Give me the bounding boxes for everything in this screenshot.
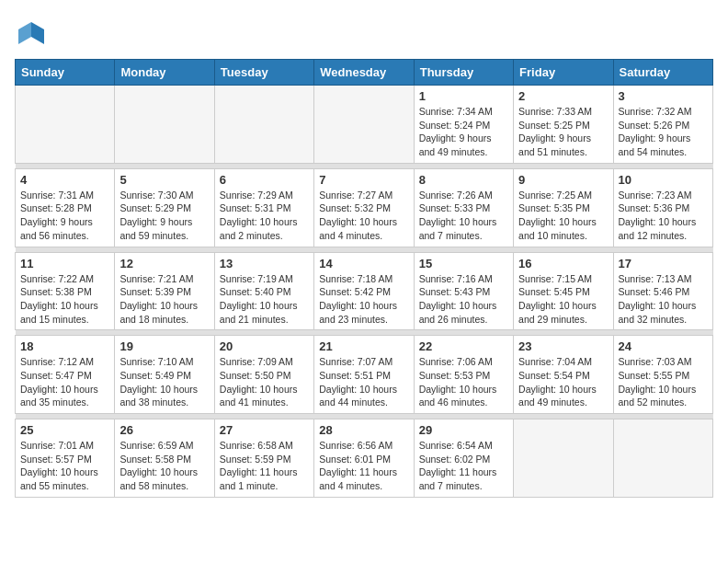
calendar-cell: 14Sunrise: 7:18 AM Sunset: 5:42 PM Dayli…	[314, 252, 414, 330]
calendar-cell	[214, 86, 313, 164]
page-header	[15, 15, 713, 52]
calendar-cell: 29Sunrise: 6:54 AM Sunset: 6:02 PM Dayli…	[414, 419, 513, 498]
day-detail: Sunrise: 7:06 AM Sunset: 5:53 PM Dayligh…	[419, 355, 508, 409]
day-detail: Sunrise: 7:15 AM Sunset: 5:45 PM Dayligh…	[518, 272, 608, 327]
day-detail: Sunrise: 7:18 AM Sunset: 5:42 PM Dayligh…	[319, 272, 408, 327]
calendar-cell: 1Sunrise: 7:34 AM Sunset: 5:24 PM Daylig…	[414, 86, 513, 164]
calendar-cell	[16, 86, 115, 164]
day-detail: Sunrise: 7:31 AM Sunset: 5:28 PM Dayligh…	[20, 189, 109, 243]
calendar-cell: 26Sunrise: 6:59 AM Sunset: 5:58 PM Dayli…	[115, 419, 214, 498]
day-detail: Sunrise: 6:54 AM Sunset: 6:02 PM Dayligh…	[419, 439, 508, 493]
calendar-cell	[314, 86, 414, 164]
day-number: 13	[220, 257, 309, 270]
day-number: 8	[419, 173, 508, 187]
calendar-cell: 28Sunrise: 6:56 AM Sunset: 6:01 PM Dayli…	[314, 419, 414, 498]
day-number: 25	[20, 423, 109, 437]
day-number: 6	[220, 173, 309, 187]
day-detail: Sunrise: 7:12 AM Sunset: 5:47 PM Dayligh…	[20, 355, 109, 409]
calendar-cell: 12Sunrise: 7:21 AM Sunset: 5:39 PM Dayli…	[115, 252, 214, 330]
day-number: 16	[518, 257, 608, 270]
calendar-cell: 3Sunrise: 7:32 AM Sunset: 5:26 PM Daylig…	[613, 86, 712, 164]
day-number: 11	[20, 257, 109, 270]
day-number: 7	[319, 173, 408, 187]
calendar-row-4: 25Sunrise: 7:01 AM Sunset: 5:57 PM Dayli…	[16, 419, 713, 498]
calendar-header-row: SundayMondayTuesdayWednesdayThursdayFrid…	[16, 60, 713, 86]
calendar-cell: 10Sunrise: 7:23 AM Sunset: 5:36 PM Dayli…	[613, 168, 712, 247]
calendar-cell: 24Sunrise: 7:03 AM Sunset: 5:55 PM Dayli…	[613, 336, 712, 414]
day-detail: Sunrise: 7:30 AM Sunset: 5:29 PM Dayligh…	[119, 189, 209, 243]
day-detail: Sunrise: 7:32 AM Sunset: 5:26 PM Dayligh…	[619, 105, 708, 159]
logo-icon	[15, 18, 48, 52]
calendar-cell: 2Sunrise: 7:33 AM Sunset: 5:25 PM Daylig…	[514, 86, 613, 164]
calendar-table: SundayMondayTuesdayWednesdayThursdayFrid…	[15, 59, 713, 498]
calendar-row-1: 4Sunrise: 7:31 AM Sunset: 5:28 PM Daylig…	[16, 168, 713, 247]
day-number: 3	[619, 89, 708, 103]
day-number: 26	[119, 423, 209, 437]
day-number: 10	[619, 173, 708, 187]
calendar-cell: 11Sunrise: 7:22 AM Sunset: 5:38 PM Dayli…	[16, 252, 115, 330]
day-number: 21	[319, 339, 408, 353]
calendar-header-saturday: Saturday	[613, 60, 712, 86]
day-detail: Sunrise: 7:33 AM Sunset: 5:25 PM Dayligh…	[518, 105, 608, 159]
calendar-cell	[514, 419, 613, 498]
calendar-header-monday: Monday	[115, 60, 214, 86]
day-number: 4	[20, 173, 109, 187]
calendar-cell: 4Sunrise: 7:31 AM Sunset: 5:28 PM Daylig…	[16, 168, 115, 247]
day-detail: Sunrise: 7:19 AM Sunset: 5:40 PM Dayligh…	[220, 272, 309, 327]
day-number: 27	[220, 423, 309, 437]
day-number: 1	[419, 89, 508, 103]
day-detail: Sunrise: 7:04 AM Sunset: 5:54 PM Dayligh…	[518, 355, 608, 409]
calendar-cell: 5Sunrise: 7:30 AM Sunset: 5:29 PM Daylig…	[115, 168, 214, 247]
svg-marker-1	[18, 22, 31, 44]
calendar-header-tuesday: Tuesday	[214, 60, 313, 86]
day-detail: Sunrise: 7:22 AM Sunset: 5:38 PM Dayligh…	[20, 272, 109, 327]
day-number: 18	[20, 339, 109, 353]
day-detail: Sunrise: 7:25 AM Sunset: 5:35 PM Dayligh…	[518, 189, 608, 243]
calendar-cell: 7Sunrise: 7:27 AM Sunset: 5:32 PM Daylig…	[314, 168, 414, 247]
day-detail: Sunrise: 7:07 AM Sunset: 5:51 PM Dayligh…	[319, 355, 408, 409]
day-detail: Sunrise: 7:26 AM Sunset: 5:33 PM Dayligh…	[419, 189, 508, 243]
calendar-cell: 15Sunrise: 7:16 AM Sunset: 5:43 PM Dayli…	[414, 252, 513, 330]
calendar-row-3: 18Sunrise: 7:12 AM Sunset: 5:47 PM Dayli…	[16, 336, 713, 414]
calendar-header-wednesday: Wednesday	[314, 60, 414, 86]
day-number: 19	[119, 339, 209, 353]
day-number: 14	[319, 257, 408, 270]
day-detail: Sunrise: 7:21 AM Sunset: 5:39 PM Dayligh…	[119, 272, 209, 327]
calendar-cell: 22Sunrise: 7:06 AM Sunset: 5:53 PM Dayli…	[414, 336, 513, 414]
day-number: 23	[518, 339, 608, 353]
svg-marker-0	[31, 22, 44, 44]
day-detail: Sunrise: 7:29 AM Sunset: 5:31 PM Dayligh…	[220, 189, 309, 243]
calendar-cell: 17Sunrise: 7:13 AM Sunset: 5:46 PM Dayli…	[613, 252, 712, 330]
day-detail: Sunrise: 7:03 AM Sunset: 5:55 PM Dayligh…	[619, 355, 708, 409]
calendar-cell	[115, 86, 214, 164]
day-detail: Sunrise: 7:34 AM Sunset: 5:24 PM Dayligh…	[419, 105, 508, 159]
calendar-cell: 8Sunrise: 7:26 AM Sunset: 5:33 PM Daylig…	[414, 168, 513, 247]
day-number: 9	[518, 173, 608, 187]
day-detail: Sunrise: 7:10 AM Sunset: 5:49 PM Dayligh…	[119, 355, 209, 409]
calendar-cell: 25Sunrise: 7:01 AM Sunset: 5:57 PM Dayli…	[16, 419, 115, 498]
day-number: 24	[619, 339, 708, 353]
day-detail: Sunrise: 7:16 AM Sunset: 5:43 PM Dayligh…	[419, 272, 508, 327]
calendar-header-thursday: Thursday	[414, 60, 513, 86]
day-detail: Sunrise: 6:56 AM Sunset: 6:01 PM Dayligh…	[319, 439, 408, 493]
logo	[15, 18, 51, 52]
day-number: 20	[220, 339, 309, 353]
calendar-cell: 6Sunrise: 7:29 AM Sunset: 5:31 PM Daylig…	[214, 168, 313, 247]
day-number: 29	[419, 423, 508, 437]
calendar-cell: 21Sunrise: 7:07 AM Sunset: 5:51 PM Dayli…	[314, 336, 414, 414]
day-detail: Sunrise: 6:58 AM Sunset: 5:59 PM Dayligh…	[220, 439, 309, 493]
calendar-header-friday: Friday	[514, 60, 613, 86]
calendar-cell: 18Sunrise: 7:12 AM Sunset: 5:47 PM Dayli…	[16, 336, 115, 414]
calendar-cell	[613, 419, 712, 498]
day-number: 22	[419, 339, 508, 353]
calendar-cell: 19Sunrise: 7:10 AM Sunset: 5:49 PM Dayli…	[115, 336, 214, 414]
day-number: 12	[119, 257, 209, 270]
calendar-cell: 13Sunrise: 7:19 AM Sunset: 5:40 PM Dayli…	[214, 252, 313, 330]
day-detail: Sunrise: 7:27 AM Sunset: 5:32 PM Dayligh…	[319, 189, 408, 243]
calendar-row-2: 11Sunrise: 7:22 AM Sunset: 5:38 PM Dayli…	[16, 252, 713, 330]
day-detail: Sunrise: 6:59 AM Sunset: 5:58 PM Dayligh…	[119, 439, 209, 493]
day-detail: Sunrise: 7:13 AM Sunset: 5:46 PM Dayligh…	[619, 272, 708, 327]
day-number: 5	[119, 173, 209, 187]
day-detail: Sunrise: 7:01 AM Sunset: 5:57 PM Dayligh…	[20, 439, 109, 493]
calendar-header-sunday: Sunday	[16, 60, 115, 86]
